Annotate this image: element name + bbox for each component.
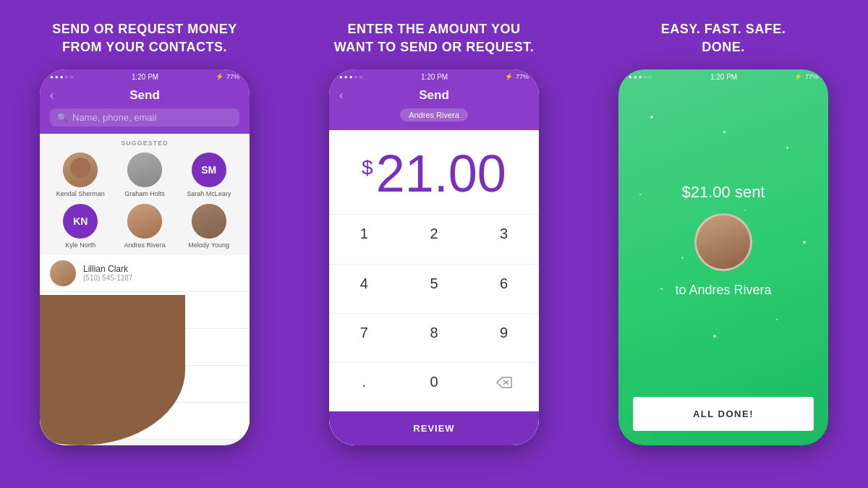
screen2-nav: ‹ Send xyxy=(339,88,529,103)
contact-sarah[interactable]: SM Sarah McLeary xyxy=(184,153,234,198)
screen2-title: Send xyxy=(419,88,449,103)
panel3-heading: EASY. FAST. SAFE. DONE. xyxy=(661,20,786,56)
battery-area: ⚡ 77% xyxy=(216,73,239,80)
key-8[interactable]: 8 xyxy=(399,313,469,352)
signal-dots-2: ●●●○○ xyxy=(339,74,364,80)
contact-graham[interactable]: Graham Holts xyxy=(119,153,170,198)
back-button-2[interactable]: ‹ xyxy=(339,89,343,102)
backspace-icon xyxy=(496,377,512,388)
key-2[interactable]: 2 xyxy=(399,214,469,253)
contact-name-sarah: Sarah McLeary xyxy=(187,190,231,198)
battery-level: 77% xyxy=(226,73,239,80)
search-icon: 🔍 xyxy=(57,113,68,123)
contact-kendal[interactable]: Kendal Sherman xyxy=(55,153,106,198)
bluetooth-icon-2: ⚡ xyxy=(505,73,513,80)
phone-1: ●●●○○ 1:20 PM ⚡ 77% ‹ Send 🔍 Name, phone… xyxy=(40,69,250,445)
back-button[interactable]: ‹ xyxy=(50,89,54,102)
panel1-heading: SEND OR REQUEST MONEY FROM YOUR CONTACTS… xyxy=(52,20,237,56)
key-dot[interactable]: . xyxy=(329,362,399,401)
key-4[interactable]: 4 xyxy=(329,264,399,303)
time-display: 1:20 PM xyxy=(132,73,158,81)
numpad: 1 2 3 4 5 6 7 8 9 . 0 xyxy=(329,214,539,411)
status-bar-3: ●●●○○ 1:20 PM ⚡ 77% xyxy=(618,69,828,84)
phone-3: ●●●○○ 1:20 PM ⚡ 77% $21.00 sent xyxy=(618,69,828,445)
screen2-header: ‹ Send Andres Rivera xyxy=(329,84,539,130)
panel-send-contacts: SEND OR REQUEST MONEY FROM YOUR CONTACTS… xyxy=(0,0,289,488)
screen1-nav: ‹ Send xyxy=(50,88,239,103)
avatar-kendal xyxy=(63,153,98,187)
suggested-row2: KN Kyle North Andres Rivera Melody Young xyxy=(40,204,250,255)
avatar-melody xyxy=(192,204,226,239)
battery-level-2: 77% xyxy=(516,73,529,80)
to-label: to Andres Rivera xyxy=(675,283,771,298)
initials-kyle: KN xyxy=(73,215,88,227)
screen3-body: $21.00 sent to Andres Rivera xyxy=(618,84,828,397)
contact-kyle[interactable]: KN Kyle North xyxy=(55,204,106,249)
search-bar[interactable]: 🔍 Name, phone, email xyxy=(50,108,239,127)
battery-area-2: ⚡ 77% xyxy=(505,73,529,80)
battery-area-3: ⚡ 77% xyxy=(794,73,818,80)
phone-2: ●●●○○ 1:20 PM ⚡ 77% ‹ Send Andres Rivera… xyxy=(329,69,539,445)
review-button[interactable]: REVIEW xyxy=(329,411,539,445)
suggested-row1: Kendal Sherman Graham Holts SM Sarah McL… xyxy=(40,150,250,204)
amount-display: $ 21.00 xyxy=(329,130,539,214)
contact-name-kendal: Kendal Sherman xyxy=(56,190,105,198)
battery-level-3: 77% xyxy=(805,73,818,80)
sub-lillian: (510) 545-1287 xyxy=(83,274,239,282)
bluetooth-icon: ⚡ xyxy=(216,73,224,80)
screen2-body: $ 21.00 1 2 3 4 5 6 7 8 9 . 0 xyxy=(329,130,539,445)
panel2-heading: ENTER THE AMOUNT YOU WANT TO SEND OR REQ… xyxy=(334,20,535,56)
signal-dots: ●●●○○ xyxy=(50,74,75,80)
signal-dots-3: ●●●○○ xyxy=(629,74,653,80)
contact-name-melody: Melody Young xyxy=(188,241,229,249)
avatar-andres-done xyxy=(694,213,752,271)
key-7[interactable]: 7 xyxy=(329,313,399,352)
screen1-header: ‹ Send 🔍 Name, phone, email xyxy=(40,84,250,134)
avatar-andres xyxy=(127,204,162,239)
contact-name-graham: Graham Holts xyxy=(124,190,165,198)
screen1-body: SUGGESTED Kendal Sherman xyxy=(40,134,250,445)
all-done-button[interactable]: ALL DONE! xyxy=(633,397,814,431)
key-5[interactable]: 5 xyxy=(399,264,469,303)
backspace-key[interactable] xyxy=(469,362,539,401)
key-9[interactable]: 9 xyxy=(469,313,539,352)
contact-andres[interactable]: Andres Rivera xyxy=(119,204,170,249)
initials-sarah: SM xyxy=(201,164,216,176)
avatar-graham xyxy=(127,153,162,187)
time-display-3: 1:20 PM xyxy=(710,73,737,81)
key-0[interactable]: 0 xyxy=(399,362,469,401)
list-item-lillian[interactable]: Lillian Clark (510) 545-1287 xyxy=(40,255,250,292)
amount-value: 21.00 xyxy=(376,147,506,200)
recipient-area: Andres Rivera xyxy=(339,108,529,121)
key-3[interactable]: 3 xyxy=(469,214,539,253)
panel-enter-amount: ENTER THE AMOUNT YOU WANT TO SEND OR REQ… xyxy=(289,0,579,488)
contact-melody[interactable]: Melody Young xyxy=(184,204,234,249)
status-bar-1: ●●●○○ 1:20 PM ⚡ 77% xyxy=(40,69,250,84)
suggested-label: SUGGESTED xyxy=(40,134,250,150)
contact-name-kyle: Kyle North xyxy=(65,241,95,249)
name-lillian: Lillian Clark xyxy=(83,264,239,274)
dollar-sign: $ xyxy=(362,156,373,179)
key-6[interactable]: 6 xyxy=(469,264,539,303)
sent-amount: $21.00 sent xyxy=(682,183,765,202)
status-bar-2: ●●●○○ 1:20 PM ⚡ 77% xyxy=(329,69,539,84)
avatar-kyle: KN xyxy=(63,204,98,239)
recipient-badge: Andres Rivera xyxy=(400,108,468,121)
info-lillian: Lillian Clark (510) 545-1287 xyxy=(83,264,239,282)
avatar-sarah: SM xyxy=(192,153,226,187)
contact-name-andres: Andres Rivera xyxy=(124,241,165,249)
search-input[interactable]: Name, phone, email xyxy=(72,112,156,123)
bluetooth-icon-3: ⚡ xyxy=(794,73,802,80)
panel-done: EASY. FAST. SAFE. DONE. ●●●○○ 1:20 PM ⚡ … xyxy=(579,0,868,488)
time-display-2: 1:20 PM xyxy=(421,73,448,81)
avatar-lillian xyxy=(50,260,76,286)
key-1[interactable]: 1 xyxy=(329,214,399,253)
screen1-title: Send xyxy=(129,88,160,103)
